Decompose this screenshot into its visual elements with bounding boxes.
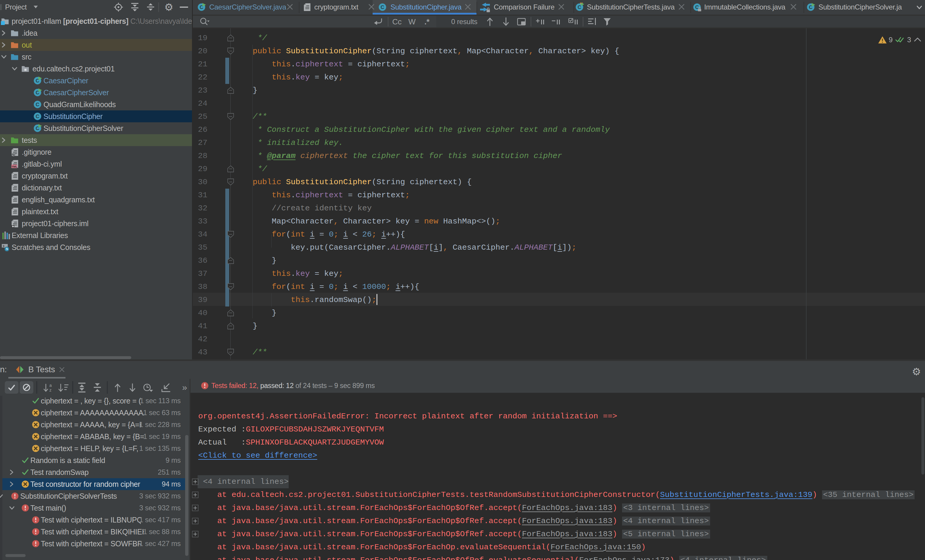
svg-text:C: C [36, 102, 39, 107]
svg-text:C: C [381, 5, 384, 10]
svg-text:C: C [578, 5, 581, 10]
svg-text:YML: YML [11, 165, 17, 168]
svg-text:C: C [36, 114, 39, 119]
svg-text:a: a [50, 383, 52, 388]
svg-text:z: z [50, 388, 51, 392]
